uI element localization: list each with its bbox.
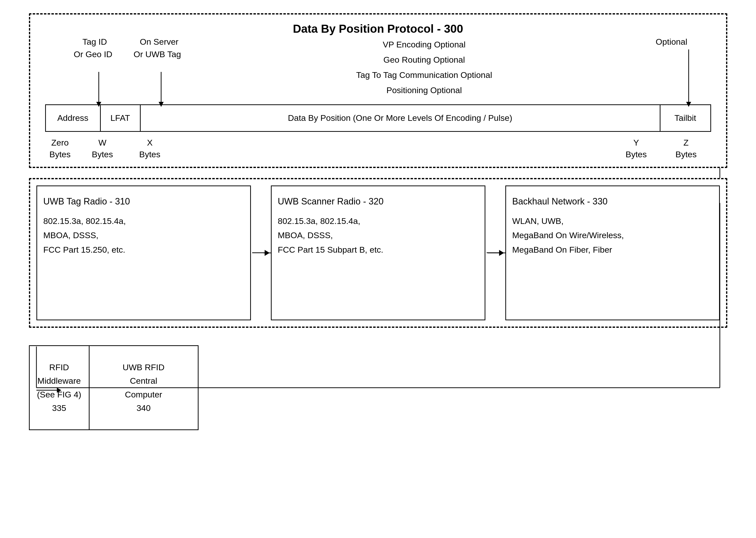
byte-z: ZBytes [661, 137, 711, 161]
packet-address: Address [46, 105, 101, 131]
uwb-scanner-radio-box: UWB Scanner Radio - 320 802.15.3a, 802.1… [271, 186, 485, 320]
labels-area: Tag ID On Server Or Geo ID Or UWB Tag VP… [30, 37, 726, 102]
byte-w: WBytes [75, 137, 130, 161]
uwb-tag-radio-box: UWB Tag Radio - 310 802.15.3a, 802.15.4a… [36, 186, 251, 320]
packet-tailbit: Tailbit [660, 105, 710, 131]
label-or-geo-id: Or Geo ID [74, 49, 113, 59]
protocol-title: Data By Position Protocol - 300 [30, 22, 726, 35]
bytes-row: ZeroBytes WBytes XBytes YBytes ZBytes [45, 137, 711, 161]
center-labels: VP Encoding Optional Geo Routing Optiona… [217, 37, 631, 98]
label-or-uwb-tag: Or UWB Tag [134, 49, 181, 59]
bottom-section: RFIDMiddleware(See FIG 4)335 UWB RFIDCen… [29, 345, 204, 430]
backhaul-network-specs: WLAN, UWB,MegaBand On Wire/Wireless,Mega… [512, 214, 713, 257]
packet-lfat: LFAT [101, 105, 141, 131]
positioning-label: Positioning Optional [217, 82, 631, 98]
diagram-wrapper: Data By Position Protocol - 300 Tag ID O… [29, 13, 727, 525]
arrow-to-backhaul [485, 186, 505, 320]
vp-encoding-label: VP Encoding Optional [217, 37, 631, 52]
uwb-tag-radio-specs: 802.15.3a, 802.15.4a,MBOA, DSSS,FCC Part… [43, 214, 244, 257]
uwb-rfid-computer-cell: UWB RFIDCentralComputer340 [90, 346, 198, 429]
label-optional: Optional [656, 37, 687, 47]
uwb-scanner-radio-title: UWB Scanner Radio - 320 [278, 194, 478, 209]
uwb-rfid-computer-text: UWB RFIDCentralComputer340 [122, 360, 165, 415]
backhaul-network-box: Backhaul Network - 330 WLAN, UWB,MegaBan… [505, 186, 720, 320]
uwb-scanner-radio-specs: 802.15.3a, 802.15.4a,MBOA, DSSS,FCC Part… [278, 214, 478, 257]
packet-row: Address LFAT Data By Position (One Or Mo… [45, 104, 711, 132]
byte-x: XBytes [130, 137, 170, 161]
rfid-container: RFIDMiddleware(See FIG 4)335 UWB RFIDCen… [29, 345, 199, 430]
geo-routing-label: Geo Routing Optional [217, 52, 631, 67]
three-boxes-section: UWB Tag Radio - 310 802.15.3a, 802.15.4a… [29, 178, 727, 328]
packet-data: Data By Position (One Or More Levels Of … [141, 105, 660, 131]
label-on-server: On Server [140, 37, 179, 47]
rfid-middleware-text: RFIDMiddleware(See FIG 4)335 [37, 360, 81, 415]
byte-y: YBytes [611, 137, 661, 161]
page-container: Data By Position Protocol - 300 Tag ID O… [0, 0, 756, 538]
three-boxes-inner: UWB Tag Radio - 310 802.15.3a, 802.15.4a… [36, 186, 720, 320]
label-tag-id: Tag ID [82, 37, 107, 47]
byte-zero: ZeroBytes [45, 137, 75, 161]
backhaul-network-title: Backhaul Network - 330 [512, 194, 713, 209]
tag-to-tag-label: Tag To Tag Communication Optional [217, 67, 631, 82]
protocol-box: Data By Position Protocol - 300 Tag ID O… [29, 13, 727, 168]
byte-spacer [170, 137, 611, 161]
uwb-tag-radio-title: UWB Tag Radio - 310 [43, 194, 244, 209]
rfid-middleware-cell: RFIDMiddleware(See FIG 4)335 [30, 346, 90, 429]
arrow-to-scanner [251, 186, 271, 320]
